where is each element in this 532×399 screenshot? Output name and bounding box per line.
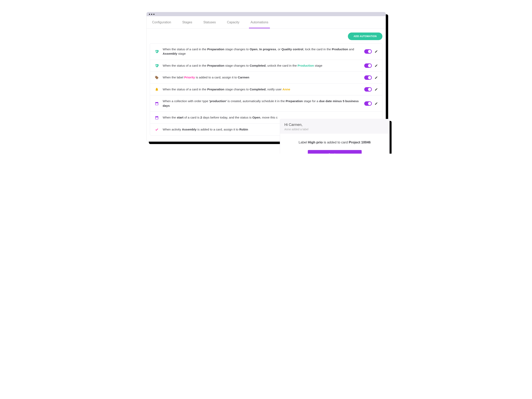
automation-row: When the label Priority is added to a ca…	[150, 72, 382, 83]
automation-row: When the status of a card in the Prepara…	[150, 44, 382, 60]
calendar-icon	[154, 101, 159, 106]
toggle-switch[interactable]	[364, 76, 372, 80]
automation-description: When the status of a card in the Prepara…	[163, 63, 361, 68]
toggle-switch[interactable]	[364, 101, 372, 106]
check-icon	[154, 127, 159, 132]
automation-description: When the label Priority is added to a ca…	[163, 75, 361, 80]
automation-row: When the status of a card in the Prepara…	[150, 84, 382, 95]
go-there-button[interactable]: Go there	[308, 150, 362, 154]
row-actions	[364, 101, 378, 106]
row-actions	[364, 63, 378, 68]
edit-icon[interactable]	[375, 102, 378, 105]
tab-capacity[interactable]: Capacity	[225, 16, 241, 28]
window-dot	[151, 14, 152, 15]
edit-icon[interactable]	[375, 64, 378, 67]
app-window: Configuration Stages Statuses Capacity A…	[146, 12, 386, 142]
tab-configuration[interactable]: Configuration	[151, 16, 173, 28]
tab-statuses[interactable]: Statuses	[202, 16, 217, 28]
edit-icon[interactable]	[375, 88, 378, 91]
window-dot	[149, 14, 150, 15]
edit-icon[interactable]	[375, 50, 378, 53]
toggle-switch[interactable]	[364, 49, 372, 54]
automation-description: When the status of a card in the Prepara…	[163, 47, 361, 56]
edit-icon[interactable]	[375, 76, 378, 79]
row-actions	[364, 49, 378, 54]
toggle-switch[interactable]	[364, 63, 372, 68]
tab-stages[interactable]: Stages	[181, 16, 194, 28]
toggle-switch[interactable]	[364, 87, 372, 92]
tab-automations[interactable]: Automations	[249, 16, 270, 28]
popup-body: Label High prio is added to card Project…	[280, 134, 389, 154]
window-dot	[153, 14, 154, 15]
add-automation-button[interactable]: ADD AUTOMATION	[348, 32, 382, 40]
bell-icon	[154, 87, 159, 91]
window-titlebar	[147, 12, 386, 16]
row-actions	[364, 87, 378, 92]
popup-message: Label High prio is added to card Project…	[284, 140, 385, 145]
automation-row: When a collection with order type 'produ…	[150, 95, 382, 112]
tag-icon	[154, 76, 159, 80]
toolbar: ADD AUTOMATION	[150, 32, 382, 40]
heartbeat-icon	[154, 49, 159, 54]
automation-description: When a collection with order type 'produ…	[163, 99, 361, 108]
tab-bar: Configuration Stages Statuses Capacity A…	[147, 16, 386, 29]
row-actions	[364, 76, 378, 80]
popup-subtitle: Anne added a label	[285, 128, 385, 131]
automation-description: When the status of a card in the Prepara…	[163, 87, 361, 92]
heartbeat-icon	[154, 63, 159, 68]
popup-greeting: Hi Carmen,	[285, 123, 385, 127]
calendar-icon	[154, 116, 159, 120]
popup-header: Hi Carmen, Anne added a label	[280, 119, 389, 134]
notification-popup: Hi Carmen, Anne added a label Label High…	[280, 119, 390, 154]
automation-row: When the status of a card in the Prepara…	[150, 60, 382, 72]
